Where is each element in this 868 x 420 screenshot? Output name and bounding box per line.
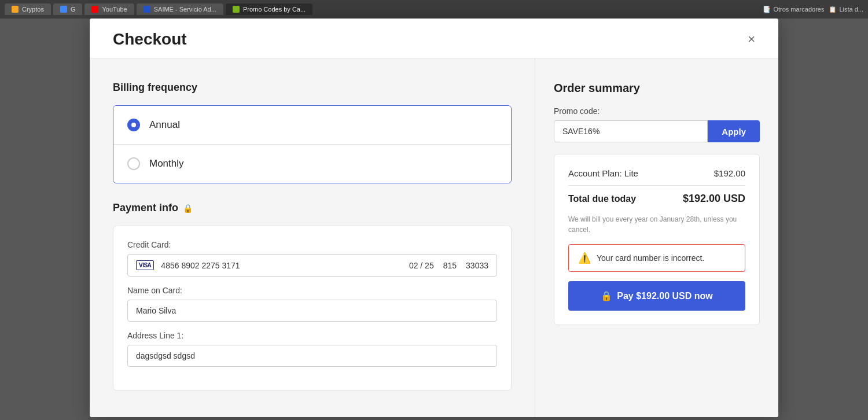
radio-annual[interactable] — [127, 119, 140, 131]
modal-title: Checkout — [113, 30, 187, 49]
promo-code-label: Promo code: — [554, 106, 760, 116]
bookmark-otros[interactable]: 📑 Otros marcadores — [763, 6, 824, 13]
cc-number: 4856 8902 2275 3171 — [161, 261, 402, 270]
total-line: Total due today $192.00 USD — [568, 193, 745, 205]
radio-monthly[interactable] — [127, 157, 140, 170]
monthly-label: Monthly — [149, 158, 184, 170]
bookmark-label-otros: Otros marcadores — [773, 6, 824, 13]
tab-label-youtube: YouTube — [102, 6, 127, 13]
pay-lock-icon: 🔒 — [601, 290, 612, 301]
browser-chrome: Cryptos G YouTube SAIME - Servicio Ad...… — [0, 0, 868, 19]
credit-card-field[interactable]: VISA 4856 8902 2275 3171 02 / 25 815 330… — [127, 254, 497, 277]
account-plan-label: Account Plan: Lite — [568, 168, 638, 178]
tab-icon-promo — [233, 6, 240, 13]
modal-overlay: Checkout × Billing frequency Annual Mont… — [0, 19, 868, 420]
payment-info-title: Payment info 🔒 — [113, 202, 512, 214]
left-panel: Billing frequency Annual Monthly Payment… — [90, 58, 535, 417]
tab-label-saime: SAIME - Servicio Ad... — [154, 6, 216, 13]
total-label: Total due today — [568, 194, 636, 204]
pay-label: Pay $192.00 USD now — [617, 291, 712, 301]
visa-logo: VISA — [136, 260, 154, 270]
bookmark-lista[interactable]: 📋 Lista d... — [829, 6, 863, 13]
tab-icon-saime — [144, 6, 150, 13]
bookmark-icon-lista: 📋 — [829, 6, 837, 13]
bookmark-label-lista: Lista d... — [839, 6, 863, 13]
promo-input[interactable] — [554, 120, 708, 142]
modal-body: Billing frequency Annual Monthly Payment… — [90, 58, 778, 417]
tab-icon-cryptos — [12, 6, 19, 13]
tab-promo[interactable]: Promo Codes by Ca... — [226, 3, 312, 15]
tab-label-google: G — [71, 6, 76, 13]
cc-cvv: 815 — [443, 261, 457, 270]
tab-icon-youtube — [91, 6, 98, 13]
bookmark-icon-otros: 📑 — [763, 6, 771, 13]
account-plan-value: $192.00 — [714, 168, 745, 178]
order-divider — [568, 185, 745, 186]
order-summary-title: Order summary — [554, 82, 760, 95]
name-on-card-input[interactable] — [127, 300, 497, 322]
billing-options: Annual Monthly — [113, 105, 512, 183]
cc-extras: 02 / 25 815 33033 — [409, 261, 488, 270]
billing-frequency-title: Billing frequency — [113, 82, 512, 94]
close-button[interactable]: × — [748, 33, 755, 46]
promo-row: Apply — [554, 120, 760, 142]
right-panel: Order summary Promo code: Apply Account … — [535, 58, 778, 417]
total-value: $192.00 USD — [683, 193, 745, 205]
cc-zip: 33033 — [466, 261, 488, 270]
tab-youtube[interactable]: YouTube — [84, 3, 134, 15]
warning-icon: ⚠️ — [578, 252, 591, 264]
tab-label-cryptos: Cryptos — [22, 6, 44, 13]
checkout-modal: Checkout × Billing frequency Annual Mont… — [90, 19, 778, 417]
browser-tabs: Cryptos G YouTube SAIME - Servicio Ad...… — [5, 3, 758, 15]
modal-header: Checkout × — [90, 19, 778, 58]
browser-bookmarks: 📑 Otros marcadores 📋 Lista d... — [763, 6, 863, 13]
error-text: Your card number is incorrect. — [597, 253, 704, 263]
tab-saime[interactable]: SAIME - Servicio Ad... — [137, 3, 223, 15]
payment-info-label: Payment info — [113, 202, 178, 214]
address-label: Address Line 1: — [127, 331, 497, 340]
account-plan-line: Account Plan: Lite $192.00 — [568, 168, 745, 178]
payment-card: Credit Card: VISA 4856 8902 2275 3171 02… — [113, 226, 512, 390]
credit-card-label: Credit Card: — [127, 240, 497, 249]
promo-section: Promo code: Apply — [554, 106, 760, 142]
billing-option-monthly[interactable]: Monthly — [113, 145, 511, 183]
tab-label-promo: Promo Codes by Ca... — [243, 6, 306, 13]
tab-google[interactable]: G — [53, 3, 83, 15]
annual-label: Annual — [149, 119, 180, 131]
tab-icon-google — [60, 6, 67, 13]
order-card: Account Plan: Lite $192.00 Total due tod… — [554, 154, 760, 325]
billing-option-annual[interactable]: Annual — [113, 106, 511, 145]
name-on-card-label: Name on Card: — [127, 286, 497, 295]
cc-expiry: 02 / 25 — [409, 261, 434, 270]
apply-button[interactable]: Apply — [708, 120, 760, 142]
pay-button[interactable]: 🔒 Pay $192.00 USD now — [568, 281, 745, 311]
billing-note: We will bill you every year on January 2… — [568, 214, 745, 235]
address-input[interactable] — [127, 345, 497, 367]
tab-cryptos[interactable]: Cryptos — [5, 3, 51, 15]
lock-icon: 🔒 — [183, 204, 193, 213]
error-box: ⚠️ Your card number is incorrect. — [568, 244, 745, 272]
